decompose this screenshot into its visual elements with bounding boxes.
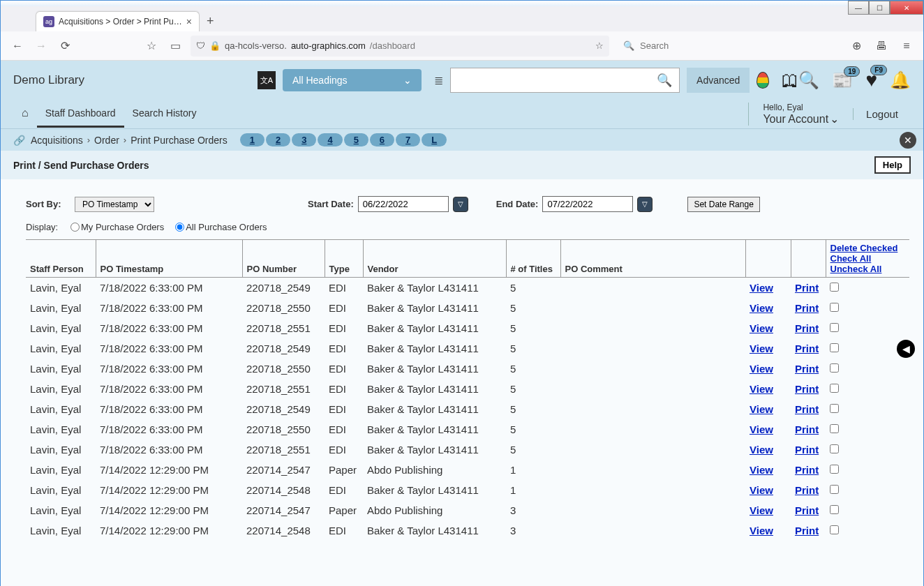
back-button[interactable]: ← bbox=[9, 38, 26, 54]
page-star-icon[interactable]: ☆ bbox=[595, 40, 604, 51]
print-link[interactable]: Print bbox=[795, 363, 819, 375]
page-pill-6[interactable]: 6 bbox=[370, 133, 394, 146]
print-link[interactable]: Print bbox=[795, 322, 819, 334]
translate-icon[interactable]: 文A bbox=[258, 71, 276, 89]
account-dropdown[interactable]: Hello, Eyal Your Account⌄ bbox=[748, 103, 853, 126]
tab-close-icon[interactable]: × bbox=[186, 16, 192, 27]
start-date-picker-button[interactable]: ▽ bbox=[453, 197, 468, 212]
check-all-link[interactable]: Check All bbox=[830, 253, 906, 264]
uncheck-all-link[interactable]: Uncheck All bbox=[830, 264, 906, 274]
my-po-radio-label[interactable]: My Purchase Orders bbox=[70, 222, 164, 232]
bookmark-star-icon[interactable]: ☆ bbox=[143, 38, 160, 54]
print-link[interactable]: Print bbox=[795, 504, 819, 516]
window-close-button[interactable]: ✕ bbox=[890, 1, 923, 15]
nav-staff-dashboard[interactable]: Staff Dashboard bbox=[37, 100, 124, 128]
page-pill-L[interactable]: L bbox=[422, 133, 447, 146]
row-checkbox[interactable] bbox=[830, 404, 839, 413]
delete-checked-link[interactable]: Delete Checked bbox=[830, 243, 906, 253]
page-pill-1[interactable]: 1 bbox=[240, 133, 264, 146]
advanced-search-button[interactable]: Advanced bbox=[687, 68, 750, 93]
list-icon[interactable]: 📰19 bbox=[832, 70, 853, 90]
view-link[interactable]: View bbox=[750, 322, 773, 334]
page-pill-3[interactable]: 3 bbox=[292, 133, 316, 146]
print-link[interactable]: Print bbox=[795, 464, 819, 476]
row-checkbox[interactable] bbox=[830, 363, 839, 373]
print-link[interactable]: Print bbox=[795, 383, 819, 395]
view-link[interactable]: View bbox=[750, 302, 773, 314]
page-pill-2[interactable]: 2 bbox=[266, 133, 290, 146]
page-pill-7[interactable]: 7 bbox=[396, 133, 420, 146]
print-link[interactable]: Print bbox=[795, 423, 819, 435]
notifications-icon[interactable]: 🔔 bbox=[890, 70, 911, 90]
print-link[interactable]: Print bbox=[795, 302, 819, 314]
main-search-input[interactable] bbox=[450, 68, 649, 93]
row-checkbox[interactable] bbox=[830, 384, 839, 393]
set-date-range-button[interactable]: Set Date Range bbox=[687, 197, 759, 212]
forward-button[interactable]: → bbox=[33, 38, 50, 54]
print-link[interactable]: Print bbox=[795, 525, 819, 536]
view-link[interactable]: View bbox=[750, 484, 773, 496]
favorites-icon[interactable]: ♥F9 bbox=[865, 69, 877, 91]
row-checkbox[interactable] bbox=[830, 283, 839, 292]
print-link[interactable]: Print bbox=[795, 444, 819, 456]
row-checkbox[interactable] bbox=[830, 525, 839, 534]
view-link[interactable]: View bbox=[750, 282, 773, 294]
window-maximize-button[interactable]: ☐ bbox=[869, 1, 890, 15]
breadcrumb-order[interactable]: Order bbox=[94, 135, 119, 146]
row-checkbox[interactable] bbox=[830, 505, 839, 514]
row-checkbox[interactable] bbox=[830, 465, 839, 474]
window-minimize-button[interactable]: — bbox=[848, 1, 869, 15]
all-po-radio[interactable] bbox=[175, 223, 184, 232]
row-checkbox[interactable] bbox=[830, 303, 839, 312]
my-po-radio[interactable] bbox=[70, 223, 80, 232]
balloon-icon[interactable] bbox=[757, 72, 769, 89]
row-checkbox[interactable] bbox=[830, 323, 839, 332]
staff-view-icon[interactable]: 🕮🔍 bbox=[782, 70, 819, 90]
new-tab-button[interactable]: + bbox=[200, 11, 221, 31]
view-link[interactable]: View bbox=[750, 383, 773, 395]
view-link[interactable]: View bbox=[750, 504, 773, 516]
view-link[interactable]: View bbox=[750, 423, 773, 435]
menu-icon[interactable]: ≡ bbox=[898, 38, 915, 54]
view-link[interactable]: View bbox=[750, 525, 773, 536]
nav-home[interactable]: ⌂ bbox=[13, 100, 37, 128]
view-link[interactable]: View bbox=[750, 363, 773, 375]
breadcrumb-print-po[interactable]: Print Purchase Orders bbox=[131, 135, 228, 146]
sort-by-select[interactable]: PO Timestamp bbox=[75, 197, 154, 212]
browser-tab[interactable]: ag Acquisitions > Order > Print Pu… × bbox=[36, 11, 200, 31]
all-po-radio-label[interactable]: All Purchase Orders bbox=[175, 222, 267, 232]
browser-search-box[interactable]: 🔍 bbox=[616, 40, 841, 51]
database-icon[interactable]: ≣ bbox=[434, 74, 443, 87]
view-link[interactable]: View bbox=[750, 343, 773, 354]
help-button[interactable]: Help bbox=[874, 156, 911, 174]
view-link[interactable]: View bbox=[750, 403, 773, 415]
row-checkbox[interactable] bbox=[830, 424, 839, 433]
row-checkbox[interactable] bbox=[830, 485, 839, 494]
print-link[interactable]: Print bbox=[795, 403, 819, 415]
nav-search-history[interactable]: Search History bbox=[124, 100, 205, 128]
page-pill-4[interactable]: 4 bbox=[318, 133, 342, 146]
close-panel-button[interactable]: ✕ bbox=[900, 132, 916, 149]
end-date-picker-button[interactable]: ▽ bbox=[637, 197, 653, 212]
row-checkbox[interactable] bbox=[830, 444, 839, 453]
page-pill-5[interactable]: 5 bbox=[344, 133, 368, 146]
reload-button[interactable]: ⟳ bbox=[57, 38, 73, 54]
start-date-input[interactable] bbox=[358, 196, 449, 212]
print-link[interactable]: Print bbox=[795, 484, 819, 496]
logout-link[interactable]: Logout bbox=[853, 108, 911, 120]
bookmarks-icon[interactable]: ▭ bbox=[167, 38, 184, 54]
view-link[interactable]: View bbox=[750, 444, 773, 456]
pocket-icon[interactable]: ⊕ bbox=[848, 38, 865, 54]
end-date-input[interactable] bbox=[542, 196, 633, 212]
print-icon[interactable]: 🖶 bbox=[873, 38, 890, 54]
print-link[interactable]: Print bbox=[795, 343, 819, 354]
view-link[interactable]: View bbox=[750, 464, 773, 476]
browser-search-input[interactable] bbox=[640, 40, 834, 51]
url-bar[interactable]: 🛡 🔒 qa-hcols-verso.auto-graphics.com/das… bbox=[191, 36, 609, 57]
row-checkbox[interactable] bbox=[830, 343, 839, 352]
breadcrumb-acquisitions[interactable]: Acquisitions bbox=[31, 135, 83, 146]
print-link[interactable]: Print bbox=[795, 282, 819, 294]
main-search-button[interactable]: 🔍 bbox=[649, 68, 680, 93]
headings-dropdown[interactable]: All Headings ⌄ bbox=[283, 69, 422, 91]
side-panel-toggle[interactable]: ◀ bbox=[897, 340, 915, 358]
